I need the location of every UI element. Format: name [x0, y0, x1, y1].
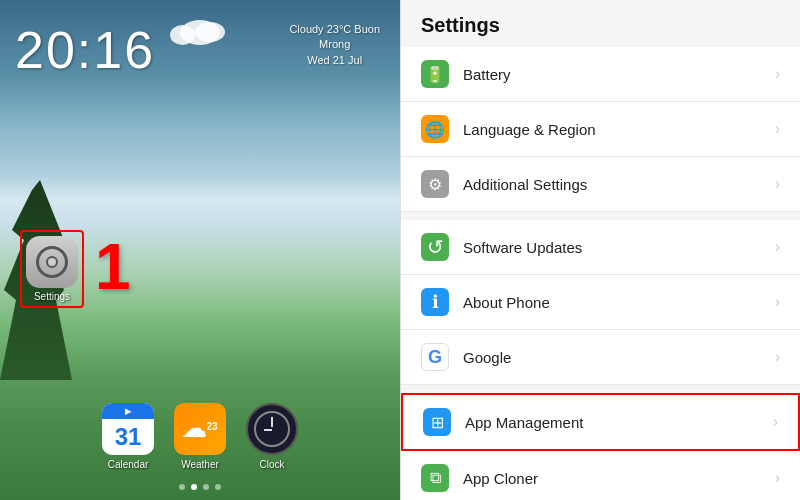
- time-display: 20:16: [15, 20, 155, 80]
- settings-item-additional[interactable]: ⚙ Additional Settings ›: [401, 157, 800, 212]
- settings-icon-label: Settings: [34, 291, 70, 302]
- calendar-app-icon[interactable]: ▶ 31 Calendar: [102, 403, 154, 470]
- software-chevron: ›: [775, 238, 780, 256]
- calendar-month: ▶: [102, 403, 154, 419]
- google-label: Google: [463, 349, 775, 366]
- settings-title: Settings: [401, 0, 800, 47]
- additional-label: Additional Settings: [463, 176, 775, 193]
- settings-item-language[interactable]: 🌐 Language & Region ›: [401, 102, 800, 157]
- calendar-label: Calendar: [108, 459, 149, 470]
- appmanage-chevron: ›: [773, 413, 778, 431]
- clock-label: Clock: [259, 459, 284, 470]
- page-dots: [0, 484, 400, 490]
- dot-4: [215, 484, 221, 490]
- calendar-icon-img: ▶ 31: [102, 403, 154, 455]
- weather-line2: Mrong: [289, 37, 380, 52]
- language-icon: 🌐: [421, 115, 449, 143]
- appmanage-icon: ⊞: [423, 408, 451, 436]
- step-number-1: 1: [95, 230, 131, 304]
- additional-chevron: ›: [775, 175, 780, 193]
- phone-screen: 20:16 Cloudy 23°C Buon Mrong Wed 21 Jul …: [0, 0, 400, 500]
- about-label: About Phone: [463, 294, 775, 311]
- divider-2: [401, 385, 800, 393]
- clock-app-icon[interactable]: Clock: [246, 403, 298, 470]
- appmanage-label: App Management: [465, 414, 773, 431]
- settings-item-about[interactable]: ℹ About Phone ›: [401, 275, 800, 330]
- dot-3: [203, 484, 209, 490]
- bottom-app-row: ▶ 31 Calendar ☁ 23 Weather Clock: [0, 403, 400, 470]
- battery-icon: 🔋: [421, 60, 449, 88]
- weather-icon-img: ☁ 23: [174, 403, 226, 455]
- settings-panel: Settings 🔋 Battery › 🌐 Language & Region…: [400, 0, 800, 500]
- clock-icon-img: [246, 403, 298, 455]
- calendar-day: 31: [102, 419, 154, 455]
- appcloner-label: App Cloner: [463, 470, 775, 487]
- settings-homescreen-icon[interactable]: Settings: [20, 230, 84, 308]
- language-label: Language & Region: [463, 121, 775, 138]
- about-chevron: ›: [775, 293, 780, 311]
- settings-item-battery[interactable]: 🔋 Battery ›: [401, 47, 800, 102]
- additional-icon: ⚙: [421, 170, 449, 198]
- appcloner-chevron: ›: [775, 469, 780, 487]
- settings-item-appcloner[interactable]: ⧉ App Cloner ›: [401, 451, 800, 500]
- google-chevron: ›: [775, 348, 780, 366]
- weather-line3: Wed 21 Jul: [289, 53, 380, 68]
- about-icon: ℹ: [421, 288, 449, 316]
- dot-1: [179, 484, 185, 490]
- settings-icon-circle: [26, 236, 78, 288]
- appcloner-icon: ⧉: [421, 464, 449, 492]
- gear-inner: [46, 256, 58, 268]
- settings-item-appmanagement[interactable]: ⊞ App Management › 2: [401, 393, 800, 451]
- cloud-decoration: [160, 10, 240, 60]
- language-chevron: ›: [775, 120, 780, 138]
- battery-chevron: ›: [775, 65, 780, 83]
- weather-number: 23: [206, 421, 217, 433]
- google-icon: G: [421, 343, 449, 371]
- software-label: Software Updates: [463, 239, 775, 256]
- settings-item-google[interactable]: G Google ›: [401, 330, 800, 385]
- battery-label: Battery: [463, 66, 775, 83]
- divider-1: [401, 212, 800, 220]
- weather-app-icon[interactable]: ☁ 23 Weather: [174, 403, 226, 470]
- settings-item-software[interactable]: ↺ Software Updates ›: [401, 220, 800, 275]
- dot-2: [191, 484, 197, 490]
- clock-face: [254, 411, 290, 447]
- software-icon: ↺: [421, 233, 449, 261]
- weather-line1: Cloudy 23°C Buon: [289, 22, 380, 37]
- weather-info: Cloudy 23°C Buon Mrong Wed 21 Jul: [289, 22, 380, 68]
- gear-outer: [36, 246, 68, 278]
- weather-label: Weather: [181, 459, 219, 470]
